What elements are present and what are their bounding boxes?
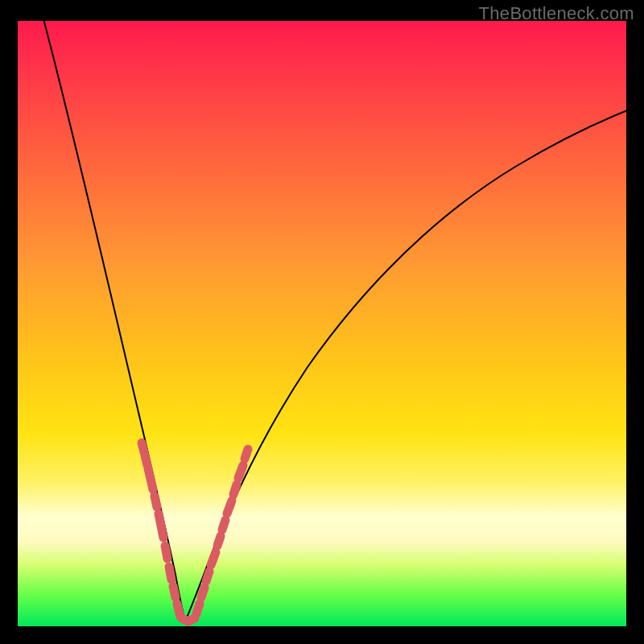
curve-right [185,109,630,621]
accent-vertex-cluster [182,618,195,621]
svg-line-6 [169,567,171,580]
svg-line-15 [217,536,221,546]
svg-line-16 [222,520,225,530]
svg-line-2 [148,469,153,489]
accent-left-cluster [142,443,180,617]
curve-svg [18,21,626,626]
svg-line-0 [142,443,144,452]
svg-line-10 [188,618,195,621]
svg-line-3 [155,496,157,507]
svg-line-12 [201,588,204,597]
svg-line-18 [233,485,237,494]
svg-line-7 [173,586,175,597]
svg-line-13 [206,572,209,581]
svg-line-11 [196,604,200,613]
plot-area [18,21,626,626]
chart-frame: TheBottleneck.com [0,0,644,644]
svg-line-14 [211,552,216,565]
svg-line-5 [165,546,167,559]
svg-line-20 [245,449,248,459]
svg-line-19 [238,465,243,478]
svg-line-17 [227,501,232,514]
svg-line-1 [145,456,147,465]
svg-line-4 [159,514,163,538]
accent-right-cluster [196,449,248,613]
